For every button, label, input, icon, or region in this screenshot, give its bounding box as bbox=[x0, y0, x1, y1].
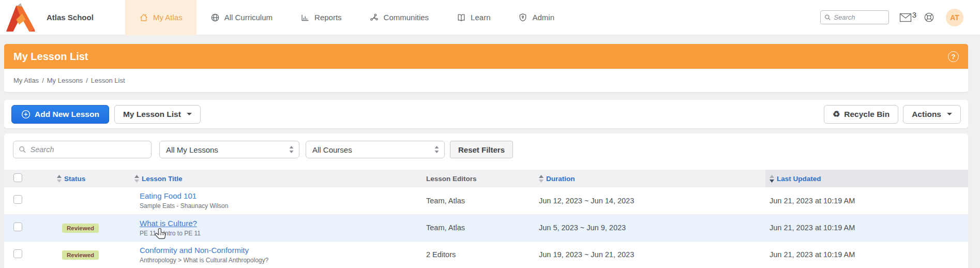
courses-filter-value: All Courses bbox=[312, 145, 434, 154]
column-header-lesson-editors: Lesson Editors bbox=[426, 175, 535, 183]
breadcrumb-separator: / bbox=[42, 77, 44, 84]
atlas-logo-icon[interactable] bbox=[4, 2, 38, 33]
lesson-table-card: All My Lessons All Courses Reset Filters bbox=[4, 133, 968, 268]
page-title-bar: My Lesson List ? bbox=[4, 44, 968, 69]
chevron-down-icon bbox=[947, 113, 952, 115]
lesson-subtitle: Sample Eats - Shaunacy Wilson bbox=[140, 202, 422, 210]
duration-cell: Jun 5, 2023 ~ Jun 9, 2023 bbox=[535, 214, 765, 241]
page-help-icon[interactable]: ? bbox=[948, 51, 959, 62]
lesson-title-link[interactable]: Eating Food 101 bbox=[140, 191, 197, 200]
nav-label: Communities bbox=[384, 13, 429, 22]
messages-count-badge: 3 bbox=[912, 10, 916, 19]
row-checkbox[interactable] bbox=[13, 195, 22, 204]
lesson-title-link[interactable]: Conformity and Non-Conformity bbox=[140, 246, 249, 255]
envelope-icon bbox=[899, 13, 912, 22]
last-updated-cell: Jun 21, 2023 at 10:19 AM bbox=[765, 214, 968, 241]
duration-cell: Jun 12, 2023 ~ Jun 14, 2023 bbox=[535, 187, 765, 214]
main-nav: My Atlas All Curriculum Reports Communit… bbox=[125, 0, 568, 35]
duration-cell: Jun 19, 2023 ~ Jun 21, 2023 bbox=[535, 241, 765, 268]
global-search-input[interactable] bbox=[834, 13, 884, 21]
lesson-subtitle: PE 11 > Intro to PE 11 bbox=[140, 230, 422, 237]
nav-item-admin[interactable]: Admin bbox=[504, 0, 568, 35]
status-badge: Reviewed bbox=[62, 250, 99, 260]
nav-item-learn[interactable]: Learn bbox=[443, 0, 504, 35]
recycle-icon: ♻ bbox=[833, 110, 840, 118]
search-icon bbox=[19, 145, 26, 154]
table-row: Reviewed What is Culture? PE 11 > Intro … bbox=[4, 214, 968, 241]
plus-circle-icon bbox=[21, 110, 31, 119]
globe-icon bbox=[210, 13, 220, 22]
chevron-down-icon bbox=[187, 113, 192, 115]
nav-label: All Curriculum bbox=[224, 13, 273, 22]
top-navigation-bar: Atlas School My Atlas All Curriculum Rep… bbox=[0, 0, 980, 35]
row-checkbox[interactable] bbox=[13, 249, 22, 258]
breadcrumb-lesson-list[interactable]: Lesson List bbox=[91, 77, 125, 84]
lesson-list-dropdown[interactable]: My Lesson List bbox=[114, 105, 201, 124]
lesson-subtitle: Anthropology > What is Cultural Anthropo… bbox=[140, 257, 422, 264]
brand-name: Atlas School bbox=[47, 13, 103, 22]
add-new-lesson-label: Add New Lesson bbox=[35, 110, 99, 119]
lessons-filter-value: All My Lessons bbox=[166, 145, 289, 154]
shield-icon bbox=[518, 13, 527, 22]
nav-item-all-curriculum[interactable]: All Curriculum bbox=[197, 0, 287, 35]
topbar-right-cluster: 3 AT bbox=[820, 9, 980, 26]
breadcrumb-separator: / bbox=[86, 77, 88, 84]
breadcrumb-my-lessons[interactable]: My Lessons bbox=[47, 77, 83, 84]
lesson-editors-cell: Team, Atlas bbox=[422, 214, 535, 241]
select-updown-icon bbox=[434, 146, 439, 153]
column-header-last-updated[interactable]: Last Updated bbox=[770, 175, 968, 183]
nav-label: My Atlas bbox=[153, 13, 183, 22]
nav-item-communities[interactable]: Communities bbox=[356, 0, 443, 35]
nav-label: Admin bbox=[532, 13, 554, 22]
lesson-title-link[interactable]: What is Culture? bbox=[140, 219, 197, 228]
table-search-box[interactable] bbox=[13, 141, 152, 158]
messages-button[interactable]: 3 bbox=[899, 13, 916, 22]
life-buoy-icon bbox=[924, 12, 934, 23]
open-book-icon bbox=[457, 13, 466, 22]
row-checkbox[interactable] bbox=[13, 222, 22, 231]
courses-filter-select[interactable]: All Courses bbox=[306, 141, 445, 158]
column-header-status[interactable]: Status bbox=[57, 175, 127, 183]
table-header-row: Status Lesson Title Lesson Editors bbox=[4, 170, 968, 187]
sort-icon bbox=[134, 175, 139, 183]
sort-desc-icon bbox=[770, 175, 774, 183]
network-icon bbox=[370, 13, 379, 22]
filter-row: All My Lessons All Courses Reset Filters bbox=[4, 133, 968, 158]
recycle-bin-button[interactable]: ♻ Recycle Bin bbox=[824, 105, 898, 124]
lesson-list-dropdown-label: My Lesson List bbox=[123, 110, 181, 119]
nav-label: Reports bbox=[314, 13, 342, 22]
last-updated-cell: Jun 21, 2023 at 10:19 AM bbox=[765, 241, 968, 268]
select-updown-icon bbox=[289, 146, 294, 153]
nav-item-reports[interactable]: Reports bbox=[287, 0, 356, 35]
page-title: My Lesson List bbox=[13, 51, 88, 63]
select-all-checkbox[interactable] bbox=[13, 173, 22, 182]
breadcrumb-my-atlas[interactable]: My Atlas bbox=[13, 77, 39, 84]
last-updated-cell: Jun 21, 2023 at 10:19 AM bbox=[765, 187, 968, 214]
recycle-bin-label: Recycle Bin bbox=[844, 110, 889, 119]
lesson-editors-cell: 2 Editors bbox=[422, 241, 535, 268]
table-search-input[interactable] bbox=[31, 145, 146, 154]
help-button[interactable] bbox=[924, 12, 934, 23]
breadcrumb: My Atlas / My Lessons / Lesson List bbox=[4, 69, 968, 92]
sort-icon bbox=[57, 175, 62, 183]
lesson-table: Status Lesson Title Lesson Editors bbox=[4, 170, 968, 268]
lesson-editors-cell: Team, Atlas bbox=[422, 187, 535, 214]
actions-dropdown[interactable]: Actions bbox=[903, 105, 961, 124]
toolbar-card: Add New Lesson My Lesson List ♻ Recycle … bbox=[4, 100, 968, 128]
user-avatar[interactable]: AT bbox=[946, 9, 963, 26]
column-header-duration[interactable]: Duration bbox=[539, 175, 765, 183]
nav-item-my-atlas[interactable]: My Atlas bbox=[125, 0, 197, 35]
reset-filters-button[interactable]: Reset Filters bbox=[450, 141, 513, 158]
nav-label: Learn bbox=[471, 13, 490, 22]
status-badge: Reviewed bbox=[62, 224, 99, 233]
actions-label: Actions bbox=[912, 110, 941, 119]
global-search-box[interactable] bbox=[820, 10, 889, 24]
table-row: Reviewed Conformity and Non-Conformity A… bbox=[4, 241, 968, 268]
toolbar-right-cluster: ♻ Recycle Bin Actions bbox=[824, 105, 961, 124]
column-header-lesson-title[interactable]: Lesson Title bbox=[134, 175, 422, 183]
sort-icon bbox=[539, 175, 544, 183]
table-row: Eating Food 101 Sample Eats - Shaunacy W… bbox=[4, 187, 968, 214]
lessons-filter-select[interactable]: All My Lessons bbox=[159, 141, 299, 158]
add-new-lesson-button[interactable]: Add New Lesson bbox=[11, 105, 109, 124]
search-icon bbox=[824, 13, 831, 21]
